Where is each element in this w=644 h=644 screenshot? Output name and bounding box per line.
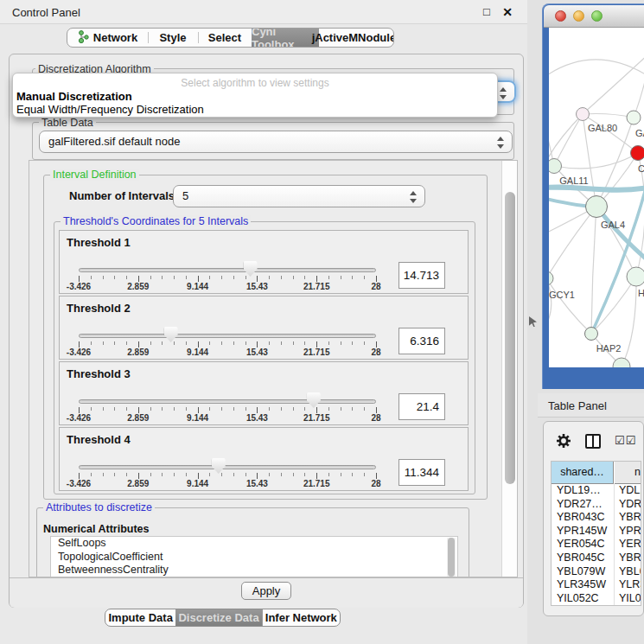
table-row[interactable]: YBR043CYBR0	[552, 511, 641, 525]
network-edge[interactable]	[554, 153, 638, 169]
table-row[interactable]: YIL052CYIL0	[552, 592, 641, 606]
tab-style[interactable]: Style	[148, 29, 198, 47]
threshold-value-field[interactable]: 11.344	[399, 459, 445, 486]
attribute-list-item[interactable]: TopologicalCoefficient	[51, 551, 457, 564]
network-node[interactable]	[631, 146, 644, 161]
table-row[interactable]: YBL079WYBL0	[552, 565, 641, 579]
threshold-value-field[interactable]: 21.4	[399, 393, 445, 420]
cell-shared-name[interactable]: YLR345W	[557, 578, 612, 590]
table-row[interactable]: YDR27…YDR2	[552, 498, 641, 512]
network-node[interactable]	[586, 196, 608, 218]
close-traffic-light[interactable]	[555, 10, 566, 22]
tab-impute-data[interactable]: Impute Data	[105, 609, 175, 626]
zoom-traffic-light[interactable]	[591, 10, 603, 22]
table-row[interactable]: YDL19…YDL1	[552, 484, 641, 498]
network-edge[interactable]	[583, 114, 634, 118]
network-edge[interactable]	[554, 114, 583, 166]
threshold-slider-track[interactable]	[79, 465, 376, 469]
network-node[interactable]	[627, 111, 641, 124]
scrollbar-thumb[interactable]	[505, 192, 515, 484]
table-data-combobox[interactable]: galFiltered.sif default node	[39, 131, 513, 153]
threshold-slider-track[interactable]	[79, 399, 376, 404]
column-header-shared-name[interactable]: shared…	[552, 462, 614, 484]
network-edge[interactable]	[549, 278, 591, 334]
attribute-list-item[interactable]: BetweennessCentrality	[51, 564, 457, 577]
slider-thumb[interactable]	[212, 458, 226, 474]
network-node[interactable]	[549, 159, 562, 174]
threshold-slider-track[interactable]	[79, 268, 376, 272]
network-node[interactable]	[627, 267, 644, 286]
table-row[interactable]: YLR345WYLR3	[552, 578, 641, 592]
apply-button[interactable]: Apply	[241, 582, 291, 600]
slider-thumb[interactable]	[244, 261, 258, 277]
dropdown-option-manual-discretization[interactable]: Manual Discretization	[16, 90, 132, 103]
tab-cyni-toolbox[interactable]: Cyni Toolbox	[252, 29, 319, 47]
network-node[interactable]	[577, 108, 590, 121]
cell-name[interactable]: YER0	[619, 538, 641, 550]
network-window-titlebar[interactable]	[544, 5, 644, 28]
gear-icon[interactable]	[556, 433, 571, 452]
network-canvas[interactable]: GAL80GACGAL11GAL4HGCY1HAP2	[549, 28, 644, 367]
network-edge-highlight[interactable]	[549, 187, 644, 190]
attributes-list-scrollbar[interactable]	[447, 538, 456, 577]
cell-name[interactable]: YPR1	[619, 525, 641, 537]
checkbox-pair-icon[interactable]: ☑☑	[615, 434, 636, 447]
thresholds-group-label: Threshold's Coordinates for 5 Intervals	[61, 215, 251, 227]
cell-shared-name[interactable]: YPR145W	[557, 525, 612, 537]
table-header-row: shared… na	[552, 462, 641, 484]
network-edge[interactable]	[634, 59, 644, 118]
numerical-attributes-list[interactable]: SelfLoopsTopologicalCoefficientBetweenne…	[50, 536, 458, 577]
cell-shared-name[interactable]: YBR043C	[557, 511, 612, 523]
cell-name[interactable]: YBR0	[619, 552, 641, 564]
cell-shared-name[interactable]: YER054C	[557, 538, 612, 550]
tab-select[interactable]: Select	[198, 29, 252, 47]
settings-scrollbar[interactable]	[501, 161, 517, 577]
cell-name[interactable]: YDR2	[619, 498, 641, 510]
network-edge[interactable]	[591, 207, 596, 334]
column-layout-icon[interactable]	[585, 434, 601, 449]
cell-shared-name[interactable]: YBR045C	[557, 552, 612, 564]
threshold-panel: Threshold 3 -3.4262.8599.14415.4321.7152…	[59, 361, 469, 425]
tab-discretize-data[interactable]: Discretize Data	[175, 609, 261, 626]
minimize-traffic-light[interactable]	[573, 10, 584, 22]
table-row[interactable]: YBR045CYBR0	[552, 552, 641, 565]
spinner-icon[interactable]	[410, 190, 417, 204]
close-icon[interactable]: ✕	[500, 4, 515, 20]
tab-infer-network[interactable]: Infer Network	[262, 609, 340, 626]
column-header-name[interactable]: na	[615, 462, 641, 484]
threshold-slider-track[interactable]	[79, 334, 376, 338]
table-row[interactable]: YER054CYER0	[552, 538, 641, 552]
network-edge[interactable]	[622, 277, 636, 367]
slider-thumb[interactable]	[307, 392, 321, 408]
network-edge[interactable]	[549, 60, 644, 81]
network-node[interactable]	[549, 271, 553, 285]
cell-name[interactable]: YBL0	[619, 565, 641, 577]
number-of-intervals-combobox[interactable]: 5	[173, 185, 425, 207]
float-window-icon[interactable]: □	[479, 4, 494, 20]
network-node[interactable]	[613, 358, 630, 367]
threshold-value-field[interactable]: 14.713	[399, 262, 445, 289]
cell-shared-name[interactable]: YDL19…	[557, 484, 612, 496]
cell-name[interactable]: YBR0	[619, 511, 641, 523]
cell-name[interactable]: YLR3	[619, 578, 641, 590]
threshold-value-field[interactable]: 6.316	[399, 328, 445, 354]
tab-network[interactable]: Network	[67, 29, 148, 47]
spinner-icon[interactable]	[500, 86, 507, 100]
cell-shared-name[interactable]: YIL052C	[557, 592, 612, 604]
table-row[interactable]: YPR145WYPR1	[552, 525, 641, 539]
network-edge[interactable]	[549, 207, 596, 278]
tab-jactivemnodules[interactable]: jActiveMNodules	[319, 29, 394, 47]
spinner-icon[interactable]	[497, 136, 504, 150]
cell-shared-name[interactable]: YDR27…	[557, 498, 612, 510]
network-edge[interactable]	[549, 111, 554, 166]
cell-name[interactable]: YDL1	[619, 484, 641, 496]
cell-name[interactable]: YIL0	[619, 592, 641, 604]
slider-thumb[interactable]	[164, 327, 178, 342]
scale-tick-label: 21.715	[303, 282, 330, 291]
cell-shared-name[interactable]: YBL079W	[557, 565, 612, 577]
network-node[interactable]	[585, 328, 598, 341]
attribute-list-item[interactable]: SelfLoops	[51, 537, 457, 551]
scale-tick-label: 2.859	[127, 282, 149, 291]
dropdown-option-equal-width-frequency[interactable]: Equal Width/Frequency Discretization	[16, 103, 204, 116]
network-edge[interactable]	[549, 278, 552, 335]
